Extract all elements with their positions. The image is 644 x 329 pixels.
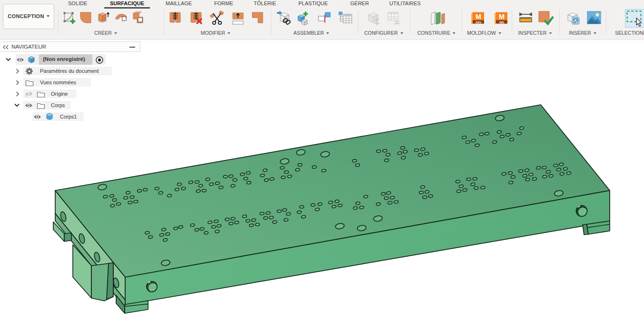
svg-text:INS: INS <box>499 21 504 24</box>
svg-text:ADV: ADV <box>476 21 482 24</box>
svg-text:M: M <box>476 13 481 20</box>
svg-text:M: M <box>499 13 505 20</box>
